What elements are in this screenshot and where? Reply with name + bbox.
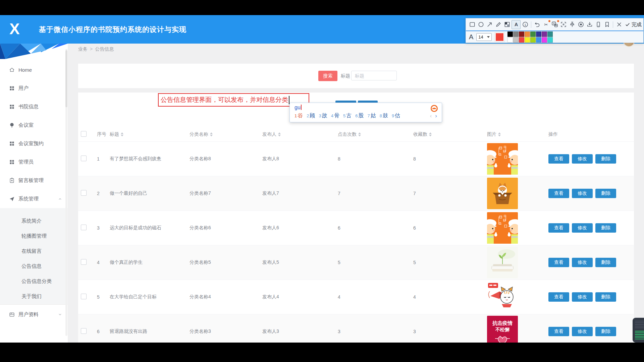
view-button[interactable]: 查看 bbox=[548, 258, 569, 267]
view-button[interactable]: 查看 bbox=[548, 154, 569, 164]
sidebar-subitem[interactable]: 关于我们 bbox=[0, 289, 68, 304]
mosaic-tool-button[interactable] bbox=[503, 20, 511, 29]
sidebar-subitem[interactable]: 公告信息分类 bbox=[0, 274, 68, 289]
sidebar-scrollbar[interactable] bbox=[65, 49, 67, 336]
finish-button[interactable]: 完成 bbox=[625, 21, 642, 28]
sidebar-item-1[interactable]: 用户 bbox=[0, 79, 68, 98]
row-checkbox[interactable] bbox=[81, 156, 87, 161]
undo-tool-button[interactable] bbox=[533, 20, 541, 29]
floating-widget[interactable] bbox=[633, 318, 644, 343]
edit-button[interactable]: 修改 bbox=[572, 189, 593, 198]
delete-button[interactable]: 删除 bbox=[595, 189, 616, 198]
close-tool-button[interactable] bbox=[615, 20, 623, 29]
sidebar-item-3[interactable]: 会议室 bbox=[0, 116, 68, 134]
row-image[interactable] bbox=[487, 281, 518, 313]
palette-color-swatch[interactable] bbox=[536, 37, 541, 43]
row-image[interactable] bbox=[487, 143, 518, 175]
ellipse-tool-button[interactable] bbox=[477, 20, 485, 29]
row-image[interactable]: 抗击疫情不松懈 bbox=[487, 316, 518, 343]
view-button[interactable]: 查看 bbox=[548, 189, 569, 198]
download-tool-button[interactable] bbox=[585, 20, 594, 29]
palette-color-swatch[interactable] bbox=[542, 32, 547, 37]
edit-button[interactable]: 修改 bbox=[572, 258, 593, 267]
row-image[interactable] bbox=[487, 212, 518, 244]
sort-toggle[interactable] bbox=[358, 131, 361, 138]
bookmark-tool-button[interactable] bbox=[603, 20, 611, 29]
row-checkbox[interactable] bbox=[81, 190, 87, 196]
translate-tool-button[interactable]: A bbox=[550, 20, 559, 29]
row-image[interactable] bbox=[487, 247, 518, 278]
view-button[interactable]: 查看 bbox=[548, 223, 569, 233]
sidebar-item-7[interactable]: 系统管理 bbox=[0, 190, 68, 208]
view-button[interactable]: 查看 bbox=[548, 327, 569, 336]
device-tool-button[interactable] bbox=[594, 20, 602, 29]
ime-logo-icon[interactable] bbox=[431, 105, 438, 112]
sidebar-item-profile[interactable]: 用户资料 bbox=[0, 305, 68, 324]
palette-color-swatch[interactable] bbox=[519, 37, 524, 43]
scan-tool-button[interactable] bbox=[559, 20, 568, 29]
view-button[interactable]: 查看 bbox=[548, 292, 569, 302]
sort-toggle[interactable] bbox=[498, 131, 501, 138]
select-all-checkbox[interactable] bbox=[81, 131, 87, 137]
annotation-textbox[interactable]: 公告信息管理界面，可以发布，并对信息分类 bbox=[158, 93, 309, 107]
edit-button[interactable]: 修改 bbox=[572, 154, 593, 164]
sidebar-subitem[interactable]: 轮播图管理 bbox=[0, 228, 68, 243]
sidebar-item-4[interactable]: 会议室预约 bbox=[0, 134, 68, 153]
delete-button[interactable]: 删除 bbox=[595, 292, 616, 302]
pin-tool-button[interactable] bbox=[568, 20, 576, 29]
palette-color-swatch[interactable] bbox=[513, 37, 519, 43]
palette-color-swatch[interactable] bbox=[530, 37, 536, 43]
ime-candidate[interactable]: 6股 bbox=[355, 112, 364, 119]
palette-color-swatch[interactable] bbox=[547, 37, 553, 43]
ime-candidate[interactable]: 7姑 bbox=[367, 112, 376, 119]
ime-prev-page[interactable]: ‹ bbox=[430, 113, 432, 119]
sort-toggle[interactable] bbox=[210, 131, 213, 138]
palette-color-swatch[interactable] bbox=[525, 32, 530, 37]
title-search-input[interactable] bbox=[351, 71, 397, 80]
row-image[interactable] bbox=[487, 178, 518, 209]
font-size-select[interactable]: 14 bbox=[476, 33, 492, 41]
sidebar-subitem[interactable]: 公告信息 bbox=[0, 258, 68, 274]
ime-candidate[interactable]: 3故 bbox=[319, 112, 327, 119]
rect-tool-button[interactable] bbox=[468, 20, 476, 29]
row-checkbox[interactable] bbox=[81, 225, 87, 230]
palette-color-swatch[interactable] bbox=[507, 32, 513, 37]
row-checkbox[interactable] bbox=[81, 328, 87, 334]
palette-color-swatch[interactable] bbox=[519, 32, 524, 37]
ime-candidate[interactable]: 5古 bbox=[343, 112, 352, 119]
palette-color-swatch[interactable] bbox=[536, 32, 541, 37]
edit-button[interactable]: 修改 bbox=[572, 327, 593, 336]
sidebar-item-2[interactable]: 书院信息 bbox=[0, 98, 68, 116]
delete-button[interactable]: 删除 bbox=[595, 223, 616, 233]
palette-color-swatch[interactable] bbox=[513, 32, 519, 37]
palette-color-swatch[interactable] bbox=[525, 37, 530, 43]
current-color-swatch[interactable] bbox=[495, 32, 504, 42]
edit-button[interactable]: 修改 bbox=[572, 292, 593, 302]
step-number-tool-button[interactable]: 1 bbox=[521, 20, 529, 29]
edit-button[interactable]: 修改 bbox=[572, 223, 593, 233]
ime-candidate[interactable]: 8鼓 bbox=[380, 112, 388, 119]
search-button[interactable]: 搜索 bbox=[318, 71, 337, 81]
arrow-tool-button[interactable] bbox=[485, 20, 494, 29]
palette-color-swatch[interactable] bbox=[547, 32, 553, 37]
text-tool-button[interactable]: A bbox=[512, 20, 521, 29]
sidebar-item-5[interactable]: 管理员 bbox=[0, 153, 68, 171]
sort-toggle[interactable] bbox=[121, 131, 123, 138]
palette-color-swatch[interactable] bbox=[530, 32, 536, 37]
sort-toggle[interactable] bbox=[278, 131, 281, 138]
palette-color-swatch[interactable] bbox=[542, 37, 547, 43]
pen-tool-button[interactable] bbox=[494, 20, 502, 29]
delete-button[interactable]: 删除 bbox=[595, 258, 616, 267]
row-checkbox[interactable] bbox=[81, 259, 87, 265]
ime-candidate[interactable]: 2顾 bbox=[307, 112, 315, 119]
ime-next-page[interactable]: › bbox=[435, 113, 437, 119]
record-tool-button[interactable] bbox=[577, 20, 585, 29]
row-checkbox[interactable] bbox=[81, 294, 87, 299]
delete-button[interactable]: 删除 bbox=[595, 154, 616, 164]
sidebar-subitem[interactable]: 在线留言 bbox=[0, 243, 68, 258]
sort-toggle[interactable] bbox=[429, 131, 432, 138]
ime-candidate[interactable]: 4骨 bbox=[331, 112, 339, 119]
ime-candidate[interactable]: 9估 bbox=[392, 112, 400, 119]
sidebar-item-0[interactable]: Home bbox=[0, 61, 68, 79]
ocr-tool-button[interactable]: ✂ bbox=[542, 20, 550, 29]
